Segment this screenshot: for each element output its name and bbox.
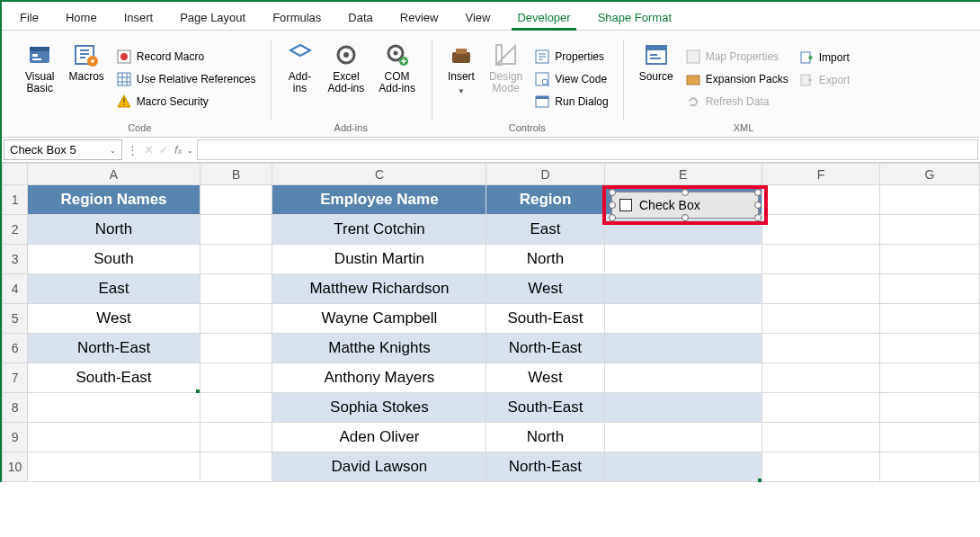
cell-D1[interactable]: Region <box>486 185 604 215</box>
cell-F1[interactable] <box>762 185 879 215</box>
cell-D7[interactable]: West <box>486 363 604 393</box>
col-header-G[interactable]: G <box>880 164 980 185</box>
fx-icon[interactable]: fx <box>174 143 182 157</box>
cell-D5[interactable]: South-East <box>486 304 604 334</box>
cell-D10[interactable]: North-East <box>486 452 604 482</box>
cell-G4[interactable] <box>880 274 980 304</box>
visual-basic-button[interactable]: Visual Basic <box>18 38 61 121</box>
cell-E7[interactable] <box>604 363 762 393</box>
xml-export-button[interactable]: Export <box>797 71 852 89</box>
col-header-D[interactable]: D <box>486 164 604 185</box>
cell-F6[interactable] <box>762 334 879 363</box>
cell-C10[interactable]: David Lawson <box>272 452 486 482</box>
cell-C6[interactable]: Matthe Knights <box>272 334 486 363</box>
properties-button[interactable]: Properties <box>533 48 610 66</box>
cell-E10[interactable] <box>604 452 762 482</box>
cell-A10[interactable] <box>28 452 200 482</box>
tab-review[interactable]: Review <box>388 5 451 30</box>
cell-G5[interactable] <box>880 304 980 334</box>
cell-A3[interactable]: South <box>28 245 200 274</box>
cell-A4[interactable]: East <box>28 274 200 304</box>
cell-D4[interactable]: West <box>486 274 604 304</box>
name-box[interactable]: Check Box 5 ⌄ <box>4 139 122 160</box>
cell-C4[interactable]: Matthew Richardson <box>272 274 486 304</box>
row-header-7[interactable]: 7 <box>3 363 28 393</box>
tab-data[interactable]: Data <box>335 5 385 30</box>
cell-E4[interactable] <box>604 274 762 304</box>
tab-home[interactable]: Home <box>53 5 110 30</box>
cell-E5[interactable] <box>604 304 762 334</box>
cell-B3[interactable] <box>200 245 272 274</box>
cell-G9[interactable] <box>880 423 980 452</box>
cell-G10[interactable] <box>880 452 980 482</box>
cell-C5[interactable]: Wayne Campbell <box>272 304 486 334</box>
cell-A1[interactable]: Region Names <box>28 185 200 215</box>
xml-source-button[interactable]: Source <box>632 38 681 121</box>
cell-G7[interactable] <box>880 363 980 393</box>
cell-C8[interactable]: Sophia Stokes <box>272 393 486 423</box>
cell-B2[interactable] <box>200 215 272 245</box>
excel-addins-button[interactable]: Excel Add-ins <box>321 38 372 121</box>
tab-developer[interactable]: Developer <box>504 5 583 30</box>
cell-D8[interactable]: South-East <box>486 393 604 423</box>
tab-file[interactable]: File <box>7 5 51 30</box>
cell-C3[interactable]: Dustin Martin <box>272 245 486 274</box>
cell-A5[interactable]: West <box>28 304 200 334</box>
cell-B10[interactable] <box>200 452 272 482</box>
cell-C9[interactable]: Aden Oliver <box>272 423 486 452</box>
cell-D9[interactable]: North <box>486 423 604 452</box>
checkbox-form-control[interactable]: Check Box <box>611 192 759 219</box>
map-properties-button[interactable]: Map Properties <box>684 48 790 66</box>
cell-A2[interactable]: North <box>28 215 200 245</box>
cell-B6[interactable] <box>200 334 272 363</box>
cell-B8[interactable] <box>200 393 272 423</box>
cell-G1[interactable] <box>880 185 980 215</box>
cell-A9[interactable] <box>28 423 200 452</box>
row-header-6[interactable]: 6 <box>3 334 28 363</box>
insert-controls-button[interactable]: Insert ▼ <box>441 38 482 121</box>
cell-F7[interactable] <box>762 363 879 393</box>
cell-A8[interactable] <box>28 393 200 423</box>
cell-B5[interactable] <box>200 304 272 334</box>
expansion-packs-button[interactable]: Expansion Packs <box>684 70 790 88</box>
cell-B4[interactable] <box>200 274 272 304</box>
col-header-B[interactable]: B <box>200 164 272 185</box>
cell-E3[interactable] <box>604 245 762 274</box>
cell-F2[interactable] <box>762 215 879 245</box>
chevron-down-icon[interactable]: ⌄ <box>187 145 193 155</box>
checkbox-box[interactable] <box>619 199 632 211</box>
tab-formulas[interactable]: Formulas <box>260 5 334 30</box>
tab-insert[interactable]: Insert <box>111 5 166 30</box>
cell-F4[interactable] <box>762 274 879 304</box>
macros-button[interactable]: Macros <box>61 38 111 121</box>
view-code-button[interactable]: View Code <box>533 70 610 88</box>
cell-D2[interactable]: East <box>486 215 604 245</box>
chevron-down-icon[interactable]: ⌄ <box>110 145 116 155</box>
row-header-10[interactable]: 10 <box>3 452 28 482</box>
cell-B7[interactable] <box>200 363 272 393</box>
record-macro-button[interactable]: Record Macro <box>115 48 258 66</box>
cell-G2[interactable] <box>880 215 980 245</box>
macro-security-button[interactable]: ! Macro Security <box>115 93 258 111</box>
cell-E6[interactable] <box>604 334 762 363</box>
col-header-F[interactable]: F <box>762 164 879 185</box>
addins-button[interactable]: Add- ins <box>280 38 321 121</box>
cell-C2[interactable]: Trent Cotchin <box>272 215 486 245</box>
tab-page-layout[interactable]: Page Layout <box>167 5 258 30</box>
run-dialog-button[interactable]: Run Dialog <box>533 93 610 111</box>
cell-F9[interactable] <box>762 423 879 452</box>
cell-F10[interactable] <box>762 452 879 482</box>
use-relative-references-button[interactable]: Use Relative References <box>115 70 258 88</box>
cell-F5[interactable] <box>762 304 879 334</box>
col-header-E[interactable]: E <box>604 164 762 185</box>
cell-B1[interactable] <box>200 185 272 215</box>
tab-shape-format[interactable]: Shape Format <box>585 5 684 30</box>
col-header-A[interactable]: A <box>28 164 200 185</box>
row-header-5[interactable]: 5 <box>3 304 28 334</box>
cell-D3[interactable]: North <box>486 245 604 274</box>
cell-C1[interactable]: Employee Name <box>272 185 486 215</box>
select-all-corner[interactable] <box>3 164 28 185</box>
cell-E9[interactable] <box>604 423 762 452</box>
cell-B9[interactable] <box>200 423 272 452</box>
row-header-9[interactable]: 9 <box>3 423 28 452</box>
